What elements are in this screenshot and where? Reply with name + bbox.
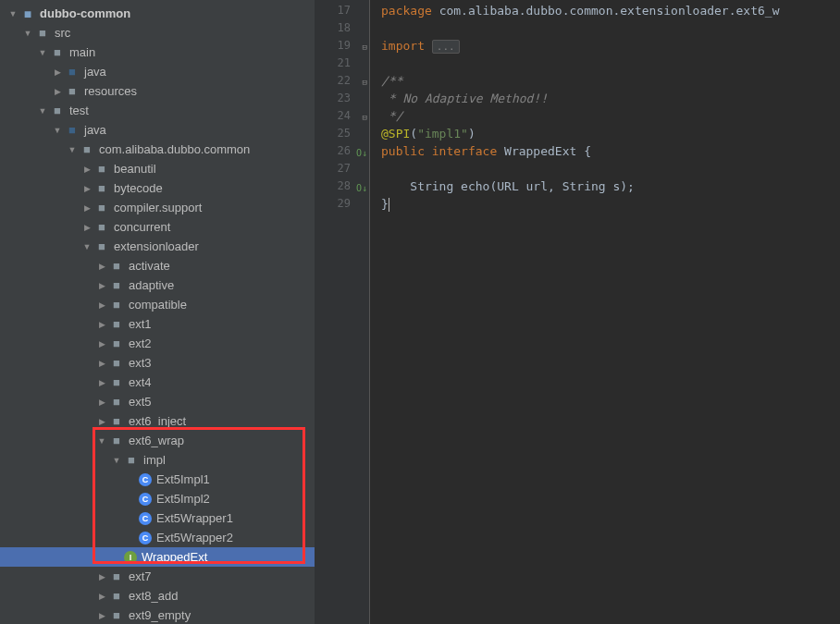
package-icon bbox=[109, 589, 124, 604]
tree-item-ext6-wrap[interactable]: ext6_wrap bbox=[0, 431, 315, 450]
gutter-line-number[interactable]: 17 bbox=[315, 2, 369, 19]
tree-item-compiler-support[interactable]: compiler.support bbox=[0, 198, 315, 217]
tree-arrow-icon[interactable] bbox=[52, 126, 63, 135]
tree-arrow-icon[interactable] bbox=[96, 359, 107, 368]
tree-arrow-icon[interactable] bbox=[81, 184, 93, 193]
tree-arrow-icon[interactable] bbox=[81, 242, 93, 251]
tree-arrow-icon[interactable] bbox=[67, 145, 78, 154]
tree-item-src[interactable]: src bbox=[0, 23, 315, 43]
tree-item-bytecode[interactable]: bytecode bbox=[0, 178, 315, 198]
tree-arrow-icon[interactable] bbox=[96, 436, 107, 446]
tree-arrow-icon[interactable] bbox=[96, 339, 107, 349]
tree-item-impl[interactable]: impl bbox=[0, 450, 315, 470]
gutter-line-number[interactable]: 22⊟ bbox=[315, 72, 369, 90]
gutter-line-number[interactable]: 27 bbox=[315, 160, 369, 177]
tree-arrow-icon[interactable] bbox=[22, 29, 33, 38]
tree-item-ext6-inject[interactable]: ext6_inject bbox=[0, 411, 315, 431]
tree-item-ext5wrapper1[interactable]: CExt5Wrapper1 bbox=[0, 508, 315, 528]
tree-item-ext2[interactable]: ext2 bbox=[0, 334, 315, 353]
tree-item-ext1[interactable]: ext1 bbox=[0, 314, 315, 334]
gutter-line-number[interactable]: 25 bbox=[315, 125, 369, 142]
tree-item-concurrent[interactable]: concurrent bbox=[0, 217, 315, 237]
code-token: public interface bbox=[381, 144, 504, 158]
tree-item-ext5impl2[interactable]: CExt5Impl2 bbox=[0, 489, 315, 508]
tree-arrow-icon[interactable] bbox=[52, 67, 63, 77]
tree-arrow-icon[interactable] bbox=[96, 398, 107, 407]
tree-arrow-icon[interactable] bbox=[7, 9, 19, 18]
gutter-line-number[interactable]: 24⊟ bbox=[315, 107, 369, 125]
tree-item-java[interactable]: java bbox=[0, 62, 315, 81]
package-icon bbox=[109, 569, 124, 584]
tree-item-label: java bbox=[84, 65, 106, 79]
tree-item-label: extensionloader bbox=[114, 239, 199, 253]
tree-arrow-icon[interactable] bbox=[96, 417, 107, 426]
code-line[interactable]: } bbox=[381, 195, 840, 213]
code-line[interactable]: import ... bbox=[381, 37, 840, 55]
tree-item-ext4[interactable]: ext4 bbox=[0, 373, 315, 392]
tree-item-dubbo-common[interactable]: dubbo-common bbox=[0, 4, 315, 23]
code-line[interactable]: * No Adaptive Method!! bbox=[381, 90, 840, 107]
tree-item-ext3[interactable]: ext3 bbox=[0, 353, 315, 373]
tree-arrow-icon[interactable] bbox=[96, 592, 107, 601]
tree-arrow-icon[interactable] bbox=[81, 223, 93, 232]
tree-arrow-icon[interactable] bbox=[111, 456, 122, 465]
tree-item-ext5impl1[interactable]: CExt5Impl1 bbox=[0, 470, 315, 489]
tree-item-com-alibaba-dubbo-common[interactable]: com.alibaba.dubbo.common bbox=[0, 140, 315, 159]
fold-placeholder[interactable]: ... bbox=[432, 40, 460, 54]
code-editor[interactable]: 171819⊟2122⊟2324⊟2526O↓2728O↓29 package … bbox=[315, 0, 840, 624]
package-icon bbox=[94, 181, 109, 196]
editor-gutter[interactable]: 171819⊟2122⊟2324⊟2526O↓2728O↓29 bbox=[315, 0, 370, 624]
code-line[interactable]: @SPI("impl1") bbox=[381, 125, 840, 142]
code-line[interactable] bbox=[381, 19, 840, 37]
code-line[interactable]: String echo(URL url, String s); bbox=[381, 177, 840, 195]
tree-item-label: com.alibaba.dubbo.common bbox=[99, 142, 250, 156]
code-line[interactable]: */ bbox=[381, 107, 840, 125]
tree-arrow-icon[interactable] bbox=[81, 203, 93, 213]
tree-item-ext5wrapper2[interactable]: CExt5Wrapper2 bbox=[0, 528, 315, 547]
tree-item-extensionloader[interactable]: extensionloader bbox=[0, 237, 315, 256]
tree-item-ext8-add[interactable]: ext8_add bbox=[0, 586, 315, 606]
tree-arrow-icon[interactable] bbox=[96, 281, 107, 290]
tree-arrow-icon[interactable] bbox=[96, 320, 107, 329]
tree-arrow-icon[interactable] bbox=[52, 87, 63, 96]
code-line[interactable]: package com.alibaba.dubbo.common.extensi… bbox=[381, 2, 840, 19]
tree-arrow-icon[interactable] bbox=[96, 300, 107, 310]
project-tree[interactable]: dubbo-commonsrcmainjavaresourcestestjava… bbox=[0, 0, 315, 624]
tree-item-adaptive[interactable]: adaptive bbox=[0, 275, 315, 295]
tree-arrow-icon[interactable] bbox=[96, 611, 107, 620]
code-line[interactable]: /** bbox=[381, 72, 840, 90]
tree-item-main[interactable]: main bbox=[0, 43, 315, 62]
project-tree-panel[interactable]: dubbo-commonsrcmainjavaresourcestestjava… bbox=[0, 0, 315, 624]
gutter-line-number[interactable]: 23 bbox=[315, 90, 369, 107]
gutter-line-number[interactable]: 18 bbox=[315, 19, 369, 37]
tree-arrow-icon[interactable] bbox=[96, 572, 107, 581]
gutter-line-number[interactable]: 29 bbox=[315, 195, 369, 213]
package-icon bbox=[109, 298, 124, 312]
tree-item-resources[interactable]: resources bbox=[0, 81, 315, 101]
tree-item-wrappedext[interactable]: IWrappedExt bbox=[0, 547, 315, 567]
tree-item-beanutil[interactable]: beanutil bbox=[0, 159, 315, 178]
tree-arrow-icon[interactable] bbox=[96, 262, 107, 271]
tree-item-java[interactable]: java bbox=[0, 120, 315, 140]
tree-item-activate[interactable]: activate bbox=[0, 256, 315, 275]
tree-item-ext5[interactable]: ext5 bbox=[0, 392, 315, 411]
folder-icon bbox=[65, 84, 80, 99]
tree-item-ext9-empty[interactable]: ext9_empty bbox=[0, 606, 315, 624]
tree-item-test[interactable]: test bbox=[0, 101, 315, 120]
tree-item-ext7[interactable]: ext7 bbox=[0, 567, 315, 586]
code-line[interactable] bbox=[381, 160, 840, 177]
gutter-line-number[interactable]: 26O↓ bbox=[315, 142, 369, 160]
tree-arrow-icon[interactable] bbox=[96, 378, 107, 387]
tree-arrow-icon[interactable] bbox=[37, 48, 48, 57]
gutter-line-number[interactable]: 28O↓ bbox=[315, 177, 369, 195]
code-line[interactable] bbox=[381, 55, 840, 72]
tree-arrow-icon[interactable] bbox=[81, 165, 93, 174]
tree-item-compatible[interactable]: compatible bbox=[0, 295, 315, 314]
tree-arrow-icon[interactable] bbox=[37, 106, 48, 116]
code-line[interactable]: public interface WrappedExt { bbox=[381, 142, 840, 160]
gutter-line-number[interactable]: 19⊟ bbox=[315, 37, 369, 55]
gutter-line-number[interactable]: 21 bbox=[315, 55, 369, 72]
class-icon: C bbox=[139, 493, 152, 506]
code-token: */ bbox=[381, 109, 402, 123]
editor-code-area[interactable]: package com.alibaba.dubbo.common.extensi… bbox=[370, 0, 840, 624]
